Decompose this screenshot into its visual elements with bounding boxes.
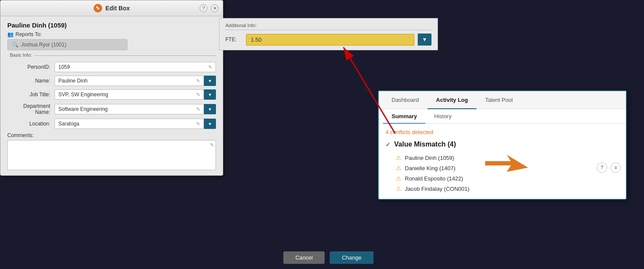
additional-info-label: Additional Info: <box>225 23 431 30</box>
conflicts-text: 4 conflicts detected <box>386 129 619 135</box>
basic-info-label: Basic Info: <box>7 52 34 58</box>
activity-content: 4 conflicts detected ? ≡ ✓ Value Mismatc… <box>379 124 626 199</box>
list-item[interactable]: ⚠ Pauline Dinh (1059) <box>386 153 619 163</box>
list-item[interactable]: ⚠ Jacob Findalay (CON001) <box>386 183 619 194</box>
tab-talent-pool[interactable]: Talent Pool <box>477 92 521 109</box>
edit-icon[interactable]: ✎ <box>196 92 200 98</box>
location-field[interactable]: Saratoga ✎ <box>55 119 204 129</box>
basic-info-divider: Basic Info: <box>7 55 216 56</box>
activity-subtabs: Summary History <box>379 109 626 124</box>
dept-label: Department Name: <box>7 103 55 115</box>
location-input-group: Saratoga ✎ ▼ <box>55 119 216 129</box>
fte-label: FTE: <box>225 37 243 43</box>
mismatch-section: ✓ Value Mismatch (4) ⚠ Pauline Dinh (105… <box>386 141 619 194</box>
warning-icon: ⚠ <box>396 185 401 192</box>
menu-icon-btn[interactable]: ≡ <box>611 162 621 173</box>
comments-label: Comments: <box>7 132 216 138</box>
edit-icon[interactable]: ✎ <box>196 121 200 127</box>
comments-textarea[interactable]: ✎ <box>7 140 216 170</box>
chevron-down-icon[interactable]: ✓ <box>386 141 391 148</box>
name-input-group: Pauline Dinh ✎ ▼ <box>55 76 216 86</box>
dept-field[interactable]: Software Engineering ✎ <box>55 104 204 114</box>
activity-panel: Dashboard Activity Log Talent Pool Summa… <box>378 90 627 200</box>
close-button[interactable]: ✕ <box>211 4 219 12</box>
name-label: Name: <box>7 78 55 84</box>
person-id-field[interactable]: 1059 ✎ <box>55 62 216 72</box>
dialog-titlebar: ✎ Edit Box ? ✕ <box>0 0 223 16</box>
edit-icon[interactable]: ✎ <box>196 107 200 112</box>
dept-input-group: Software Engineering ✎ ▼ <box>55 104 216 114</box>
location-row: Location: Saratoga ✎ ▼ <box>7 119 216 129</box>
search-icon: 🔍 <box>12 42 18 48</box>
location-label: Location: <box>7 121 55 127</box>
job-title-input-group: SVP, SW Engineering ✎ ▼ <box>55 89 216 100</box>
textarea-edit-icon[interactable]: ✎ <box>210 142 214 148</box>
people-icon: 👥 <box>7 31 14 37</box>
location-dropdown-btn[interactable]: ▼ <box>204 119 216 129</box>
dept-dropdown-btn[interactable]: ▼ <box>204 104 216 114</box>
left-panel: Pauline Dinh (1059) 👥 Reports To: 🔍 Josh… <box>0 16 223 175</box>
list-item[interactable]: ⚠ Ronald Esposito (1422) <box>386 173 619 183</box>
help-icon-btn[interactable]: ? <box>597 162 607 173</box>
name-dropdown-btn[interactable]: ▼ <box>204 76 216 86</box>
conflict-actions: ? ≡ <box>597 162 621 173</box>
dialog-controls: ? ✕ <box>200 4 219 12</box>
warning-icon: ⚠ <box>396 175 401 182</box>
job-title-label: Job Title: <box>7 92 55 98</box>
dialog-icon: ✎ <box>94 4 102 12</box>
name-field[interactable]: Pauline Dinh ✎ <box>55 76 204 86</box>
fte-input[interactable] <box>246 34 414 46</box>
edit-box-dialog: ✎ Edit Box ? ✕ Pauline Dinh (1059) 👥 Rep… <box>0 0 223 176</box>
change-button[interactable]: Change <box>330 251 374 264</box>
reports-to-label: 👥 Reports To: <box>7 31 216 37</box>
warning-icon: ⚠ <box>396 165 401 171</box>
activity-tabs: Dashboard Activity Log Talent Pool <box>379 91 626 109</box>
job-title-row: Job Title: SVP, SW Engineering ✎ ▼ <box>7 89 216 100</box>
person-name: Pauline Dinh (1059) <box>7 21 216 29</box>
dialog-bottom-buttons: Cancel Change <box>219 246 438 269</box>
tab-dashboard[interactable]: Dashboard <box>383 92 428 109</box>
comments-container: ✎ <box>7 140 216 170</box>
subtab-summary[interactable]: Summary <box>383 110 425 124</box>
warning-icon: ⚠ <box>396 154 401 161</box>
list-item[interactable]: ⚠ Danielle King (1407) <box>386 163 619 173</box>
job-title-field[interactable]: SVP, SW Engineering ✎ <box>55 89 204 100</box>
name-row: Name: Pauline Dinh ✎ ▼ <box>7 76 216 86</box>
fte-dropdown-btn[interactable]: ▼ <box>418 34 431 46</box>
mismatch-title: Value Mismatch (4) <box>394 141 456 148</box>
subtab-history[interactable]: History <box>425 110 460 124</box>
person-id-label: PersonID: <box>7 64 55 70</box>
edit-icon[interactable]: ✎ <box>196 78 200 84</box>
dialog-title: Edit Box <box>106 5 130 12</box>
edit-icon[interactable]: ✎ <box>208 64 212 70</box>
job-title-dropdown-btn[interactable]: ▼ <box>204 89 216 100</box>
person-id-row: PersonID: 1059 ✎ <box>7 62 216 72</box>
mismatch-header: ✓ Value Mismatch (4) <box>386 141 619 148</box>
tab-activity-log[interactable]: Activity Log <box>428 92 477 109</box>
additional-info-section: Additional Info: FTE: ▼ <box>219 18 438 50</box>
cancel-button[interactable]: Cancel <box>283 251 325 264</box>
fte-row: FTE: ▼ <box>225 34 431 46</box>
reports-to-input[interactable]: 🔍 Joshua Ryor (1001) <box>7 39 128 50</box>
dept-row: Department Name: Software Engineering ✎ … <box>7 103 216 115</box>
help-button[interactable]: ? <box>200 4 207 12</box>
